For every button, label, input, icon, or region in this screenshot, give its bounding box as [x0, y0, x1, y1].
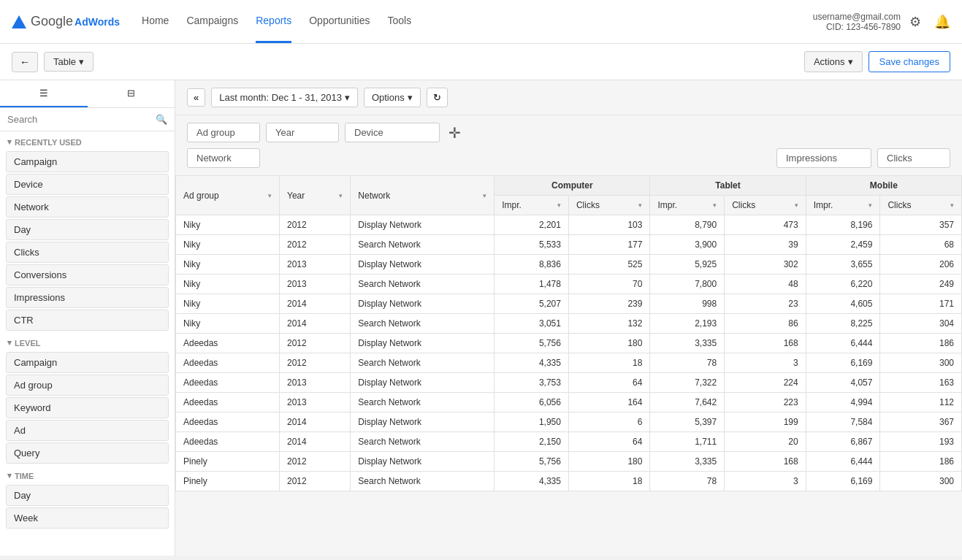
- col-header-tab-impr: Impr. ▾: [650, 196, 725, 215]
- cell-tab-impr: 78: [650, 353, 725, 373]
- search-input[interactable]: [7, 114, 151, 125]
- cell-comp-clicks: 6: [568, 413, 649, 432]
- cell-mob-impr: 4,994: [806, 393, 880, 413]
- add-dimension-button[interactable]: ✛: [446, 124, 464, 142]
- sidebar-item[interactable]: Day: [6, 219, 169, 240]
- cell-tab-impr: 7,322: [650, 373, 725, 393]
- sidebar-item[interactable]: Network: [6, 196, 169, 218]
- sidebar-tabs: ☰ ⊟: [0, 80, 175, 108]
- date-range-label: Last month: Dec 1 - 31, 2013: [219, 92, 342, 103]
- table-container: Ad group ▾ Year ▾ Networ: [175, 175, 962, 491]
- cell-tab-impr: 2,193: [650, 314, 725, 334]
- actions-button[interactable]: Actions ▾: [804, 51, 863, 72]
- cell-network: Display Network: [351, 294, 495, 314]
- sidebar-item[interactable]: Keyword: [6, 397, 169, 418]
- comp-clicks-sort-icon[interactable]: ▾: [638, 202, 642, 209]
- tab-impr-sort-icon[interactable]: ▾: [713, 202, 717, 209]
- cell-tab-clicks: 168: [725, 452, 806, 472]
- cell-comp-impr: 4,335: [495, 353, 569, 373]
- sidebar-tab-filter[interactable]: ⊟: [88, 80, 175, 107]
- drag-field-year[interactable]: Year: [266, 123, 339, 142]
- cell-mob-clicks: 171: [880, 294, 962, 314]
- user-info: username@gmail.com CID: 123-456-7890: [813, 12, 901, 32]
- sidebar-item[interactable]: Day: [6, 485, 169, 506]
- drag-field-impressions[interactable]: Impressions: [776, 148, 871, 168]
- cell-network: Search Network: [351, 235, 495, 255]
- cell-comp-impr: 1,950: [495, 413, 569, 432]
- collapse-button[interactable]: «: [187, 88, 205, 107]
- network-sort-icon[interactable]: ▾: [483, 192, 486, 199]
- filter-icon: ⊟: [127, 88, 135, 99]
- sidebar-tab-list[interactable]: ☰: [0, 80, 88, 107]
- cell-mob-clicks: 367: [880, 413, 962, 432]
- cell-adgroup: Adeedas: [176, 393, 280, 413]
- gear-icon[interactable]: ⚙: [909, 14, 925, 30]
- nav-campaigns[interactable]: Campaigns: [186, 0, 238, 43]
- nav-tools[interactable]: Tools: [388, 0, 412, 43]
- comp-impr-sort-icon[interactable]: ▾: [557, 202, 561, 209]
- cell-year: 2012: [280, 353, 351, 373]
- cell-network: Display Network: [351, 255, 495, 275]
- mob-impr-sort-icon[interactable]: ▾: [869, 202, 872, 209]
- refresh-button[interactable]: ↻: [427, 88, 448, 107]
- actions-label: Actions: [814, 56, 845, 67]
- level-header: ▾ LEVEL: [0, 332, 175, 350]
- sidebar-item[interactable]: Ad group: [6, 375, 169, 396]
- sidebar-item[interactable]: Impressions: [6, 287, 169, 308]
- nav-opportunities[interactable]: Opportunities: [309, 0, 370, 43]
- cell-comp-clicks: 64: [568, 373, 649, 393]
- cell-adgroup: Niky: [176, 314, 280, 334]
- table-dropdown[interactable]: Table ▾: [44, 52, 93, 72]
- sidebar-item[interactable]: CTR: [6, 310, 169, 331]
- cell-network: Search Network: [351, 314, 495, 334]
- cell-tab-clicks: 223: [725, 393, 806, 413]
- cell-tab-impr: 1,711: [650, 432, 725, 452]
- options-button[interactable]: Options ▾: [364, 88, 421, 107]
- cell-adgroup: Adeedas: [176, 353, 280, 373]
- cell-comp-clicks: 18: [568, 353, 649, 373]
- sidebar-item[interactable]: Device: [6, 174, 169, 195]
- back-button[interactable]: ←: [12, 52, 38, 72]
- table-row: Niky 2012 Search Network 5,533 177 3,900…: [176, 235, 962, 255]
- mob-clicks-sort-icon[interactable]: ▾: [950, 202, 954, 209]
- drag-field-network[interactable]: Network: [187, 148, 260, 168]
- year-sort-icon[interactable]: ▾: [339, 192, 343, 199]
- sidebar-item[interactable]: Clicks: [6, 242, 169, 263]
- col-header-comp-impr: Impr. ▾: [495, 196, 569, 215]
- cell-mob-clicks: 206: [880, 255, 962, 275]
- adgroup-sort-icon[interactable]: ▾: [268, 192, 272, 199]
- table-row: Pinely 2012 Display Network 5,756 180 3,…: [176, 452, 962, 472]
- sidebar-item[interactable]: Conversions: [6, 264, 169, 285]
- sidebar-item[interactable]: Ad: [6, 420, 169, 441]
- date-range-button[interactable]: Last month: Dec 1 - 31, 2013 ▾: [211, 88, 358, 107]
- report-area: « Last month: Dec 1 - 31, 2013 ▾ Options…: [175, 80, 962, 556]
- nav-home[interactable]: Home: [142, 0, 169, 43]
- sidebar-item[interactable]: Week: [6, 507, 169, 529]
- cell-adgroup: Niky: [176, 255, 280, 275]
- cell-comp-clicks: 239: [568, 294, 649, 314]
- cell-tab-clicks: 3: [725, 353, 806, 373]
- cell-year: 2012: [280, 235, 351, 255]
- cell-mob-impr: 6,867: [806, 432, 880, 452]
- cell-comp-clicks: 132: [568, 314, 649, 334]
- drag-field-adgroup[interactable]: Ad group: [187, 123, 260, 142]
- cell-mob-impr: 8,196: [806, 215, 880, 235]
- cell-adgroup: Niky: [176, 275, 280, 294]
- tab-clicks-sort-icon[interactable]: ▾: [795, 202, 798, 209]
- drag-field-clicks[interactable]: Clicks: [877, 148, 950, 168]
- cell-network: Search Network: [351, 393, 495, 413]
- save-changes-button[interactable]: Save changes: [869, 51, 950, 72]
- sidebar-item[interactable]: Query: [6, 442, 169, 464]
- cell-adgroup: Niky: [176, 294, 280, 314]
- cell-mob-impr: 3,655: [806, 255, 880, 275]
- drag-field-device[interactable]: Device: [345, 123, 440, 142]
- cell-comp-impr: 5,207: [495, 294, 569, 314]
- col-header-adgroup: Ad group ▾: [176, 176, 280, 215]
- bell-icon[interactable]: 🔔: [934, 14, 950, 30]
- nav-reports[interactable]: Reports: [256, 0, 291, 43]
- cell-mob-impr: 6,220: [806, 275, 880, 294]
- top-nav: Google AdWords Home Campaigns Reports Op…: [0, 0, 962, 44]
- sidebar-item[interactable]: Campaign: [6, 151, 169, 172]
- cell-mob-impr: 7,584: [806, 413, 880, 432]
- sidebar-item[interactable]: Campaign: [6, 352, 169, 373]
